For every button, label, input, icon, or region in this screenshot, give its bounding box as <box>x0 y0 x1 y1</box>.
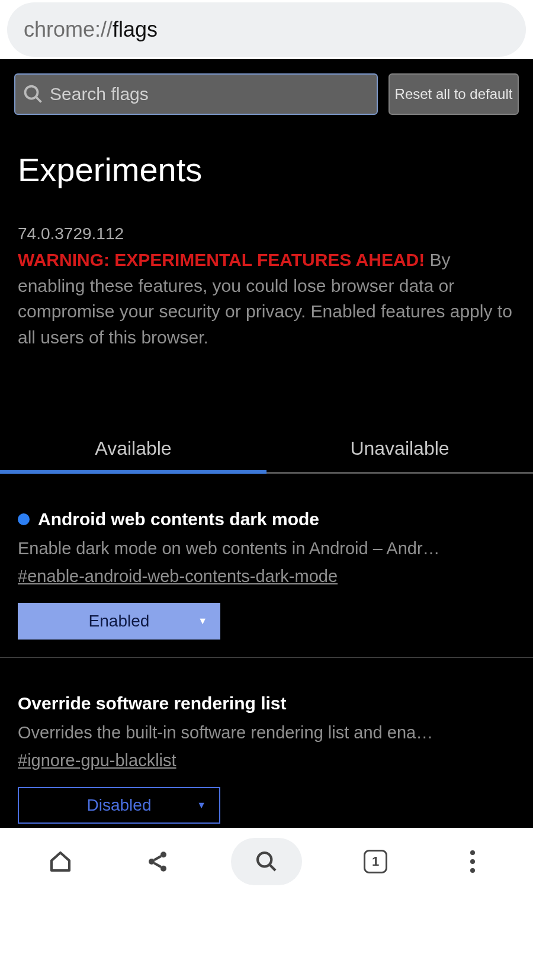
tab-unavailable[interactable]: Unavailable <box>266 427 533 474</box>
flag-select-value: Disabled <box>87 796 152 815</box>
flag-title: Android web contents dark mode <box>38 509 319 529</box>
flag-select[interactable]: Enabled ▼ <box>18 603 220 640</box>
tab-count-badge: 1 <box>364 850 387 873</box>
svg-point-7 <box>258 853 271 866</box>
version-text: 74.0.3729.112 <box>0 189 533 243</box>
svg-point-4 <box>160 866 166 872</box>
warning-label: WARNING: EXPERIMENTAL FEATURES AHEAD! <box>18 250 425 269</box>
svg-line-8 <box>269 865 275 870</box>
tabs-button[interactable]: 1 <box>352 838 399 885</box>
share-icon <box>146 850 169 873</box>
flag-hash-link[interactable]: #enable-android-web-contents-dark-mode <box>18 567 515 586</box>
flag-description: Overrides the built-in software renderin… <box>18 723 515 743</box>
search-flags-field[interactable] <box>14 73 378 115</box>
url-path: flags <box>113 17 158 42</box>
svg-point-2 <box>160 852 166 857</box>
url-prefix: chrome:// <box>24 17 113 42</box>
menu-button[interactable] <box>449 838 496 885</box>
search-icon <box>23 83 44 105</box>
chevron-down-icon: ▼ <box>198 616 207 626</box>
chevron-down-icon: ▼ <box>197 800 206 811</box>
svg-point-0 <box>25 86 38 99</box>
search-input[interactable] <box>50 84 370 104</box>
tabs: Available Unavailable <box>0 427 533 474</box>
flag-description: Enable dark mode on web contents in Andr… <box>18 539 515 558</box>
address-bar[interactable]: chrome://flags <box>7 2 526 57</box>
tab-available[interactable]: Available <box>0 427 266 474</box>
search-button[interactable] <box>231 838 302 885</box>
flag-select[interactable]: Disabled ▼ <box>18 787 220 824</box>
flag-item: Override software rendering list Overrid… <box>0 658 533 841</box>
bottom-toolbar: 1 <box>0 828 533 895</box>
search-icon <box>255 850 278 873</box>
home-button[interactable] <box>37 838 84 885</box>
svg-point-3 <box>149 859 155 865</box>
svg-line-1 <box>36 97 41 102</box>
reset-all-button[interactable]: Reset all to default <box>388 73 519 115</box>
modified-dot-icon <box>18 513 30 525</box>
warning-text: WARNING: EXPERIMENTAL FEATURES AHEAD! By… <box>0 243 533 350</box>
flags-page: Reset all to default Experiments 74.0.37… <box>0 59 533 828</box>
more-vert-icon <box>470 850 475 873</box>
svg-line-5 <box>154 856 161 860</box>
share-button[interactable] <box>134 838 181 885</box>
flag-select-value: Enabled <box>89 612 150 631</box>
svg-line-6 <box>154 863 161 867</box>
flag-item: Android web contents dark mode Enable da… <box>0 474 533 658</box>
flag-hash-link[interactable]: #ignore-gpu-blacklist <box>18 751 515 770</box>
flag-title: Override software rendering list <box>18 693 286 714</box>
home-icon <box>49 850 72 873</box>
page-title: Experiments <box>0 115 533 189</box>
